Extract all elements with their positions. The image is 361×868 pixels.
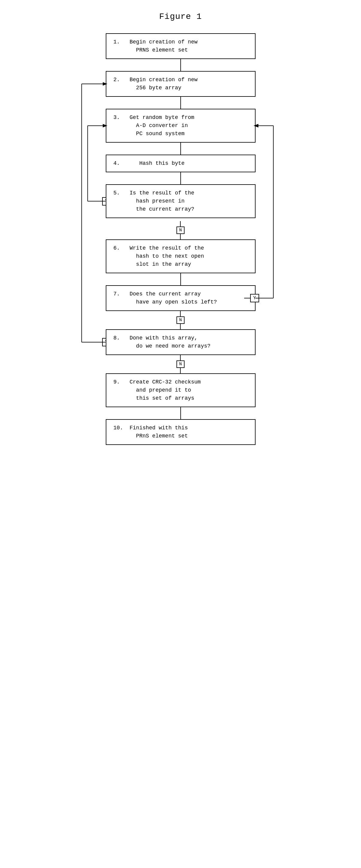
step10-text: 10. Finished with this PRnS element set <box>114 425 188 439</box>
step3-text: 3. Get random byte from A-D converter in… <box>114 115 194 136</box>
step8-n-label: N <box>177 361 184 368</box>
connector-1-2 <box>180 59 181 71</box>
flowchart: 1. Begin creation of new PRNS element se… <box>76 33 285 445</box>
step7-text: 7. Does the current array have any open … <box>114 291 217 305</box>
step2-box: 2. Begin creation of new 256 byte array <box>106 71 255 97</box>
step4-box: 4. Hash this byte <box>106 155 255 172</box>
step1-text: 1. Begin creation of new PRNS element se… <box>114 39 198 53</box>
step6-box: 6. Write the result of the hash to the n… <box>106 239 255 273</box>
page-title: Figure 1 <box>159 12 202 21</box>
step9-box: 9. Create CRC-32 checksum and prepend it… <box>106 373 255 407</box>
step8-text: 8. Done with this array, do we need more… <box>114 335 211 349</box>
step7-y-label: Y <box>250 294 259 302</box>
step5-n-label: N <box>177 226 184 234</box>
step2-text: 2. Begin creation of new 256 byte array <box>114 77 198 91</box>
connector-4-5 <box>180 172 181 184</box>
step9-text: 9. Create CRC-32 checksum and prepend it… <box>114 379 201 401</box>
feedback-arrow-5-3-top <box>76 218 285 221</box>
connector-3-4 <box>180 143 181 155</box>
step7-box: 7. Does the current array have any open … <box>106 285 255 311</box>
step1-box: 1. Begin creation of new PRNS element se… <box>106 33 255 59</box>
step5-text: 5. Is the result of the hash present in … <box>114 190 194 212</box>
step4-text: 4. Hash this byte <box>114 160 185 166</box>
step6-text: 6. Write the result of the hash to the n… <box>114 245 204 267</box>
step3-box: 3. Get random byte from A-D converter in… <box>106 109 255 143</box>
step10-box: 10. Finished with this PRnS element set <box>106 419 255 445</box>
connector-6-7 <box>180 273 181 285</box>
step7-n-label: N <box>177 316 184 324</box>
step8-box: 8. Done with this array, do we need more… <box>106 329 255 355</box>
connector-2-3 <box>180 97 181 109</box>
connector-9-10 <box>180 407 181 419</box>
step5-box: 5. Is the result of the hash present in … <box>106 184 255 218</box>
